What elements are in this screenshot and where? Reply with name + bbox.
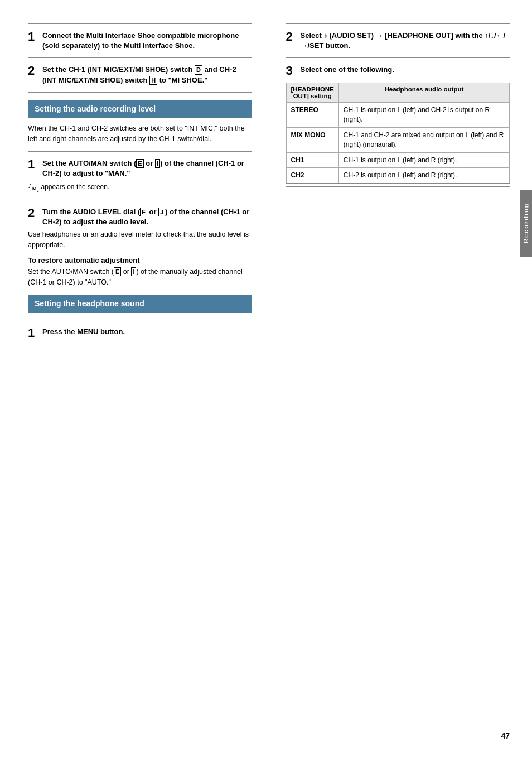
right-divider-3 (286, 186, 510, 187)
left-column: 1 Connect the Multi Interface Shoe compa… (28, 17, 269, 740)
restore-body: Set the AUTO/MAN switch (E or I) of the … (28, 267, 252, 288)
audio-step-2-title: Turn the AUDIO LEVEL dial (F or J) of th… (42, 207, 252, 227)
switch-j-label: J (158, 208, 165, 216)
music-note-icon: ♪ (323, 31, 327, 40)
table-cell-desc-0: CH-1 is output on L (left) and CH-2 is o… (338, 103, 509, 128)
step-2-title: Set the CH-1 (INT MIC/EXT/MI SHOE) switc… (42, 65, 252, 85)
section-headphone-title: Setting the headphone sound (35, 299, 144, 308)
switch-i-label: I (155, 159, 160, 168)
switch-d-label: D (195, 65, 202, 74)
headphone-step-1-block: 1 Press the MENU button. (28, 327, 252, 339)
divider-1 (28, 23, 252, 24)
table-cell-setting-1: MIX MONO (286, 127, 338, 152)
table-row-2: CH1CH-1 is output on L (left) and R (rig… (286, 152, 510, 168)
main-content: 1 Connect the Multi Interface Shoe compa… (0, 0, 532, 757)
right-step-2-block: 2 Select ♪ (AUDIO SET) → [HEADPHONE OUT]… (286, 31, 510, 51)
step-1-title: Connect the Multi Interface Shoe compati… (42, 31, 252, 51)
step-2-header: 2 Set the CH-1 (INT MIC/EXT/MI SHOE) swi… (28, 65, 252, 85)
divider-2 (28, 57, 252, 58)
right-step-2-header: 2 Select ♪ (AUDIO SET) → [HEADPHONE OUT]… (286, 31, 510, 51)
audio-step-1-title: Set the AUTO/MAN switch (E or I) of the … (42, 158, 252, 179)
right-step-3-header: 3 Select one of the following. (286, 65, 510, 77)
right-step-3-title: Select one of the following. (301, 65, 510, 75)
restore-switch-e: E (114, 267, 121, 276)
switch-f-label: F (140, 208, 147, 216)
right-step-2-title: Select ♪ (AUDIO SET) → [HEADPHONE OUT] w… (301, 31, 510, 51)
audio-step-2-block: 2 Turn the AUDIO LEVEL dial (F or J) of … (28, 207, 252, 250)
headphone-step-1-header: 1 Press the MENU button. (28, 327, 252, 339)
screen-indicator-text: appears on the screen. (41, 183, 110, 191)
table-cell-setting-0: STEREO (286, 103, 338, 128)
right-divider-1 (286, 23, 510, 24)
table-row-3: CH2CH-2 is output on L (left) and R (rig… (286, 168, 510, 184)
right-step-2-number: 2 (286, 31, 297, 43)
headphone-step-1-number: 1 (28, 327, 39, 339)
section-audio-title: Setting the audio recording level (35, 104, 156, 113)
divider-4 (28, 151, 252, 152)
right-divider-2 (286, 57, 510, 58)
step-1-number: 1 (28, 31, 39, 43)
audio-step-1-header: 1 Set the AUTO/MAN switch (E or I) of th… (28, 158, 252, 179)
step-2-number: 2 (28, 65, 39, 77)
table-cell-desc-1: CH-1 and CH-2 are mixed and output on L … (338, 127, 509, 152)
audio-step-1-block: 1 Set the AUTO/MAN switch (E or I) of th… (28, 158, 252, 193)
audio-intro-text: When the CH-1 and CH-2 switches are both… (28, 123, 252, 144)
screen-icon: ♪M2 (28, 181, 39, 193)
switch-e-label: E (136, 159, 143, 168)
restore-switch-i: I (131, 267, 136, 276)
restore-heading: To restore automatic adjustment (28, 256, 252, 264)
right-column: 2 Select ♪ (AUDIO SET) → [HEADPHONE OUT]… (269, 17, 510, 740)
section-audio-header: Setting the audio recording level (28, 100, 252, 118)
table-cell-setting-2: CH1 (286, 152, 338, 168)
audio-step-1-number: 1 (28, 158, 39, 171)
table-row-1: MIX MONOCH-1 and CH-2 are mixed and outp… (286, 127, 510, 152)
divider-3 (28, 92, 252, 93)
headphone-table: [HEADPHONE OUT] setting Headphones audio… (286, 83, 510, 184)
audio-step-2-header: 2 Turn the AUDIO LEVEL dial (F or J) of … (28, 207, 252, 227)
page: Recording 1 Connect the Multi Interface … (0, 0, 532, 757)
audio-step-2-body: Use headphones or an audio level meter t… (28, 229, 252, 250)
table-cell-desc-2: CH-1 is output on L (left) and R (right)… (338, 152, 509, 168)
side-tab: Recording (520, 190, 532, 257)
switch-h-label: H (149, 76, 157, 85)
step-1-block: 1 Connect the Multi Interface Shoe compa… (28, 31, 252, 51)
table-cell-setting-3: CH2 (286, 168, 338, 184)
audio-step-2-number: 2 (28, 207, 39, 219)
table-col1-header: [HEADPHONE OUT] setting (286, 83, 338, 103)
side-tab-label: Recording (523, 203, 529, 243)
section-headphone-header: Setting the headphone sound (28, 295, 252, 313)
screen-indicator: ♪M2 appears on the screen. (28, 181, 252, 193)
page-number: 47 (501, 731, 510, 740)
table-col2-header: Headphones audio output (338, 83, 509, 103)
divider-5 (28, 200, 252, 200)
divider-6 (28, 320, 252, 320)
table-cell-desc-3: CH-2 is output on L (left) and R (right)… (338, 168, 509, 184)
step-2-block: 2 Set the CH-1 (INT MIC/EXT/MI SHOE) swi… (28, 65, 252, 85)
step-1-header: 1 Connect the Multi Interface Shoe compa… (28, 31, 252, 51)
headphone-step-1-title: Press the MENU button. (42, 327, 252, 337)
table-row-0: STEREOCH-1 is output on L (left) and CH-… (286, 103, 510, 128)
right-step-3-number: 3 (286, 65, 297, 77)
